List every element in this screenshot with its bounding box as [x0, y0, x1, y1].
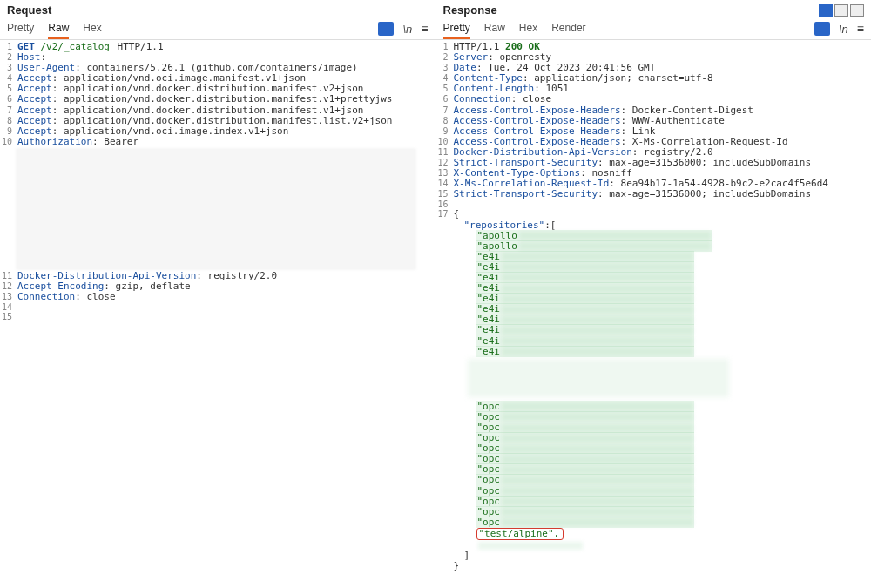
redacted-rows — [468, 359, 729, 397]
repo-item: "opc — [477, 463, 501, 475]
repo-item: "e4i — [477, 346, 501, 357]
repo-item: "e4i — [477, 314, 501, 325]
repo-item: "e4i — [477, 335, 501, 347]
request-title: Request — [7, 3, 51, 17]
status-code: 200 OK — [505, 41, 540, 52]
tab-hex[interactable]: Hex — [83, 18, 101, 39]
newline-icon[interactable]: \n — [839, 23, 848, 36]
repo-item: "opc — [477, 411, 501, 422]
repo-item: "e4i — [477, 251, 501, 262]
repo-item: "e4i — [477, 293, 501, 304]
response-tabs: Pretty Raw Hex Render — [443, 18, 586, 39]
layout-rows-icon[interactable] — [834, 4, 848, 17]
repo-item: "opc — [477, 517, 501, 528]
tab-hex[interactable]: Hex — [519, 18, 537, 39]
response-editor[interactable]: 1HTTP/1.1 200 OK 2Server: openresty 3Dat… — [436, 40, 872, 588]
repo-item: "e4i — [477, 272, 501, 283]
tab-render[interactable]: Render — [551, 18, 585, 39]
actions-icon[interactable] — [814, 22, 830, 36]
request-editor[interactable]: 1GET /v2/_catalog HTTP/1.1 2Host: 3User-… — [0, 40, 436, 588]
repo-item: "opc — [477, 474, 501, 485]
layout-buttons — [819, 4, 864, 17]
repo-item: "apollo — [477, 230, 517, 241]
tab-raw[interactable]: Raw — [484, 18, 505, 39]
response-title: Response — [443, 3, 497, 17]
repo-item: "e4i — [477, 282, 501, 294]
repo-item: "e4i — [477, 261, 501, 273]
menu-icon[interactable]: ≡ — [857, 22, 864, 36]
response-pane: Response Pretty Raw Hex Render \n ≡ 1HTT… — [436, 0, 872, 588]
tab-raw[interactable]: Raw — [48, 18, 69, 39]
repo-item: "e4i — [477, 303, 501, 314]
request-pane: Request Pretty Raw Hex \n ≡ 1GET /v2/_ca… — [0, 0, 436, 588]
repo-item: "opc — [477, 443, 501, 454]
redacted-token-area — [16, 148, 416, 270]
menu-icon[interactable]: ≡ — [421, 22, 428, 36]
tab-pretty[interactable]: Pretty — [443, 18, 470, 39]
repo-item: "opc — [477, 485, 501, 497]
repo-item: "opc — [477, 422, 501, 433]
http-method: GET — [17, 41, 35, 52]
repo-item: "opc — [477, 401, 501, 412]
repo-item: "opc — [477, 496, 501, 507]
request-path: /v2/_catalog — [41, 41, 110, 52]
json-key-repositories: "repositories" — [464, 220, 545, 231]
layout-tabs-icon[interactable] — [850, 4, 864, 17]
repo-item: "opc — [477, 432, 501, 443]
tab-pretty[interactable]: Pretty — [7, 18, 34, 39]
repo-item: "opc — [477, 506, 501, 517]
newline-icon[interactable]: \n — [402, 23, 412, 36]
actions-icon[interactable] — [378, 22, 394, 36]
repo-item: "e4i — [477, 324, 501, 335]
repo-item: "apollo — [477, 240, 517, 252]
http-proto: HTTP/1.1 — [111, 41, 164, 52]
repo-item: "opc — [477, 453, 501, 464]
highlighted-repo: "test/alpine", — [476, 528, 564, 540]
request-tabs: Pretty Raw Hex — [7, 18, 102, 39]
layout-columns-icon[interactable] — [819, 4, 833, 17]
